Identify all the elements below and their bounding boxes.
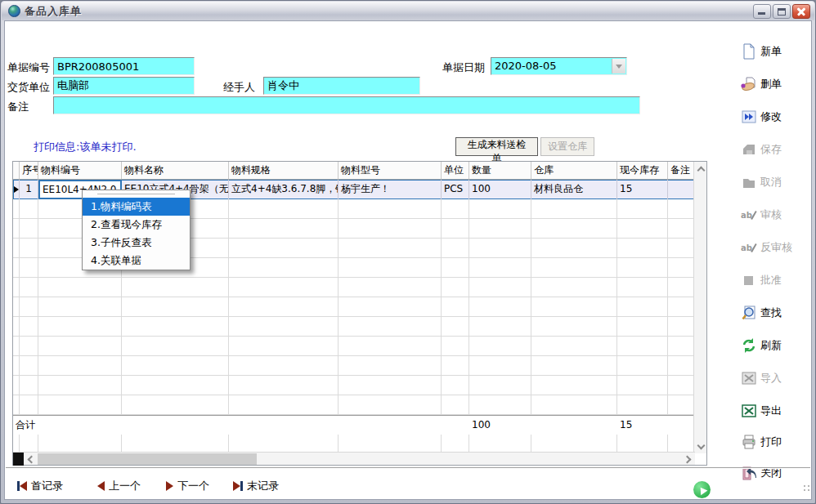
grid-header-warehouse[interactable]: 仓库 [531, 162, 617, 179]
nav-label: 末记录 [247, 479, 279, 493]
scroll-right-button[interactable] [682, 453, 695, 466]
sidebar-item-reverse-audit: ab 反审核 [741, 238, 811, 257]
supplier-label: 交货单位 [7, 81, 50, 94]
row-indicator-icon [14, 186, 19, 193]
cell-remark[interactable] [668, 180, 695, 199]
doc-no-field[interactable] [53, 57, 195, 75]
grid-header-stock[interactable]: 现今库存 [617, 162, 668, 179]
total-label: 合计 [13, 416, 38, 435]
sidebar-item-audit: ab 审核 [741, 205, 811, 225]
sidebar-item-find[interactable]: 查找 [741, 303, 811, 323]
doc-date-label: 单据日期 [442, 61, 485, 74]
sidebar-item-label: 刷新 [760, 338, 782, 353]
sidebar-item-export[interactable]: 导出 [741, 401, 811, 421]
menu-item-subpart-lookup[interactable]: 3.子件反查表 [83, 234, 190, 252]
next-record-icon [166, 481, 173, 491]
doc-no-label: 单据编号 [7, 61, 50, 74]
nav-label: 上一个 [109, 479, 141, 493]
vertical-scrollbar[interactable] [693, 162, 706, 453]
nav-last-record[interactable]: 末记录 [233, 478, 279, 494]
grid-header-remark[interactable]: 备注 [668, 162, 695, 179]
delete-doc-icon [741, 76, 757, 92]
horizontal-scroll-thumb[interactable] [38, 453, 257, 465]
app-window: 备品入库单 单据编号 单据日期 2020-08-05 交货单位 经手人 备注 打… [0, 0, 816, 504]
grid-header-material-code[interactable]: 物料编号 [38, 162, 122, 179]
bottom-separator [6, 467, 810, 469]
sidebar-item-delete[interactable]: 删单 [741, 74, 811, 94]
horizontal-scrollbar[interactable] [13, 452, 695, 465]
nav-first-record[interactable]: 首记录 [17, 478, 63, 494]
gridline [667, 180, 668, 453]
grid-header-material-spec[interactable]: 物料规格 [229, 162, 339, 179]
grid-header-indicator[interactable] [13, 162, 20, 179]
gridline [616, 180, 617, 453]
chevron-up-icon [697, 166, 705, 174]
set-warehouse-button[interactable]: 设置仓库 [540, 137, 594, 156]
approve-icon [741, 272, 757, 288]
sidebar-item-label: 删单 [760, 77, 782, 91]
cancel-icon [741, 174, 757, 190]
print-info-text: 打印信息:该单未打印. [34, 140, 137, 154]
grid-header-qty[interactable]: 数量 [469, 162, 531, 179]
sidebar-item-label: 导出 [760, 404, 782, 418]
scroll-left-button[interactable] [24, 453, 37, 466]
grid-header-material-name[interactable]: 物料名称 [122, 162, 229, 179]
sidebar-item-modify[interactable]: 修改 [741, 107, 811, 127]
chevron-down-icon [616, 65, 622, 69]
chevron-right-icon [684, 455, 692, 463]
status-ok-icon[interactable] [693, 481, 711, 498]
sidebar-item-cancel: 取消 [741, 172, 811, 192]
sidebar-item-import: 导入 [741, 368, 811, 388]
audit-icon: ab [741, 207, 757, 223]
cell-material-model[interactable]: 杨宇生产！ [339, 180, 442, 199]
supplier-field[interactable] [53, 77, 195, 95]
close-button[interactable] [792, 4, 810, 19]
doc-date-field[interactable]: 2020-08-05 [491, 57, 627, 75]
svg-text:ab: ab [741, 211, 752, 220]
generate-inspection-button[interactable]: 生成来料送检单 [455, 137, 538, 156]
doc-date-dropdown-button[interactable] [612, 59, 625, 74]
nav-label: 首记录 [31, 479, 63, 493]
nav-next-record[interactable]: 下一个 [166, 478, 209, 494]
menu-separator [83, 190, 190, 198]
scroll-down-button[interactable] [694, 440, 707, 453]
nav-previous-record[interactable]: 上一个 [97, 478, 141, 494]
sidebar-item-label: 打印 [760, 435, 782, 449]
find-icon [741, 305, 757, 321]
chevron-down-icon [697, 441, 705, 449]
cell-seq[interactable]: 1 [20, 180, 38, 199]
sidebar-item-new[interactable]: 新单 [741, 42, 811, 61]
grid-header-seq[interactable]: 序号 [20, 162, 38, 179]
titlebar[interactable]: 备品入库单 [2, 2, 814, 20]
gridline [441, 180, 442, 453]
sidebar-item-label: 查找 [760, 306, 782, 320]
context-menu: 1.物料编码表 2.查看现今库存 3.子件反查表 4.关联单据 [82, 190, 191, 270]
grid-header-material-model[interactable]: 物料型号 [339, 162, 442, 179]
refresh-icon [741, 337, 757, 354]
handler-field[interactable] [263, 77, 420, 95]
sidebar-item-label: 导入 [760, 371, 782, 386]
minimize-button[interactable] [753, 4, 771, 19]
grid-corner-box [13, 453, 24, 466]
app-globe-icon [8, 5, 20, 17]
maximize-button[interactable] [773, 4, 791, 19]
cell-warehouse[interactable]: 材料良品仓 [531, 180, 617, 199]
grid-header-unit[interactable]: 单位 [442, 162, 469, 179]
menu-item-related-documents[interactable]: 4.关联单据 [83, 252, 190, 270]
resize-grip[interactable] [803, 484, 812, 493]
menu-item-material-code-table[interactable]: 1.物料编码表 [83, 198, 190, 216]
remark-field[interactable] [53, 96, 640, 114]
menu-item-view-current-stock[interactable]: 2.查看现今库存 [83, 216, 190, 234]
cell-material-spec[interactable]: 立式4+4缺3.6.7.8脚，针 [229, 180, 339, 199]
cell-qty[interactable]: 100 [469, 180, 531, 199]
cell-stock[interactable]: 15 [617, 180, 668, 199]
sidebar-item-label: 批准 [760, 273, 782, 288]
minimize-icon [758, 12, 765, 15]
total-stock: 15 [617, 416, 668, 435]
cell-unit[interactable]: PCS [442, 180, 469, 199]
export-icon [741, 403, 757, 419]
scroll-up-button[interactable] [694, 162, 707, 175]
sidebar-item-print[interactable]: 打印 [741, 432, 811, 452]
sidebar-item-close[interactable]: 关闭 [741, 463, 811, 483]
sidebar-item-refresh[interactable]: 刷新 [741, 336, 811, 355]
